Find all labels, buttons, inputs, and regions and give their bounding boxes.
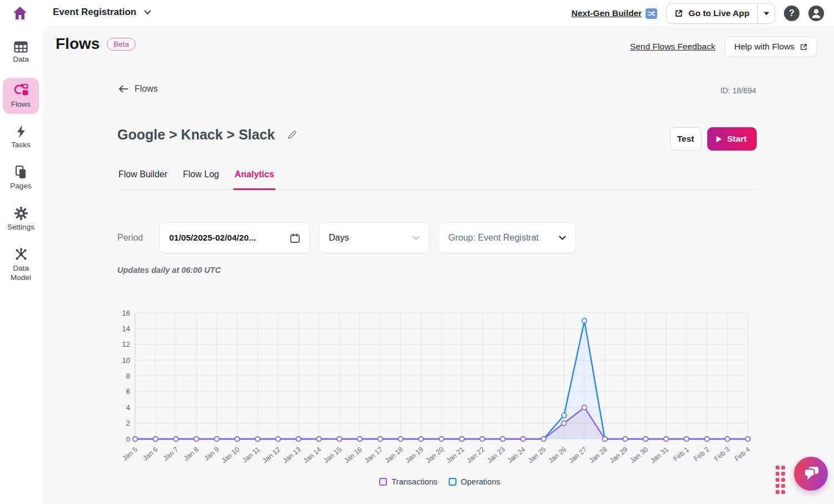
sidebar-label-tasks: Tasks <box>11 141 31 150</box>
sidebar-label-pages: Pages <box>10 182 31 191</box>
group-select[interactable]: Group: Event Registrat <box>438 222 576 253</box>
update-schedule-note: Updates daily at 06:00 UTC <box>117 266 221 275</box>
svg-text:Jan 23: Jan 23 <box>485 446 507 465</box>
tab-bar: Flow Builder Flow Log Analytics <box>117 169 757 190</box>
granularity-select[interactable]: Days <box>319 222 430 253</box>
home-icon <box>12 5 28 22</box>
svg-text:Jan 16: Jan 16 <box>342 446 364 465</box>
table-icon <box>14 41 28 53</box>
svg-text:Jan 25: Jan 25 <box>527 446 548 465</box>
svg-text:Jan 22: Jan 22 <box>465 446 487 465</box>
chart-legend: Transactions Operations <box>117 477 762 486</box>
date-range-value: 01/05/2025-02/04/20... <box>169 233 256 243</box>
back-to-flows[interactable]: Flows <box>118 84 158 94</box>
period-label: Period <box>117 233 143 243</box>
lightning-icon <box>15 124 27 138</box>
sidebar-item-pages[interactable]: Pages <box>0 165 42 191</box>
legend-label-transactions: Transactions <box>391 477 437 486</box>
svg-text:Jan 9: Jan 9 <box>202 446 220 462</box>
play-icon <box>716 136 722 143</box>
test-button[interactable]: Test <box>670 127 702 151</box>
svg-text:Jan 30: Jan 30 <box>629 446 650 465</box>
tab-analytics[interactable]: Analytics <box>234 169 275 190</box>
top-bar: Event Registration Next-Gen Builder <box>0 0 834 26</box>
sidebar-item-data[interactable]: Data <box>0 41 42 64</box>
svg-text:4: 4 <box>126 403 130 412</box>
svg-text:12: 12 <box>122 340 130 348</box>
flow-id-label: ID: 18/694 <box>720 86 756 95</box>
svg-text:Feb 4: Feb 4 <box>733 446 752 463</box>
sidebar-item-tasks[interactable]: Tasks <box>0 124 42 150</box>
next-gen-builder-link[interactable]: Next-Gen Builder <box>572 8 658 19</box>
go-to-live-app-main[interactable]: Go to Live App <box>667 4 757 23</box>
page-title: Flows <box>56 35 100 53</box>
legend-item-operations[interactable]: Operations <box>449 477 500 486</box>
svg-text:Jan 27: Jan 27 <box>567 446 588 465</box>
sidebar-item-settings[interactable]: Settings <box>0 206 42 232</box>
chevron-down-icon <box>144 10 151 15</box>
go-to-live-app-label: Go to Live App <box>688 8 749 18</box>
svg-text:2: 2 <box>126 419 130 427</box>
chat-widget-button[interactable] <box>794 457 828 491</box>
help-with-flows-label: Help with Flows <box>734 42 795 52</box>
shuffle-icon <box>646 8 657 19</box>
date-range-input[interactable]: 01/05/2025-02/04/20... <box>159 222 310 253</box>
app-title: Event Registration <box>53 7 136 18</box>
chevron-down-icon <box>559 236 566 240</box>
svg-text:Jan 5: Jan 5 <box>121 446 138 462</box>
sidebar-label-data-model: Data Model <box>8 264 34 283</box>
legend-label-operations: Operations <box>461 477 500 486</box>
chevron-down-icon <box>413 236 420 240</box>
help-button[interactable]: ? <box>784 6 800 21</box>
svg-text:Jan 18: Jan 18 <box>384 446 405 465</box>
legend-item-transactions[interactable]: Transactions <box>379 477 437 486</box>
sidebar-item-data-model[interactable]: Data Model <box>0 247 42 283</box>
svg-text:Feb 1: Feb 1 <box>672 446 691 463</box>
edit-pencil-icon[interactable] <box>287 129 297 140</box>
svg-text:Jan 19: Jan 19 <box>404 446 425 465</box>
go-to-live-app-button: Go to Live App <box>666 3 775 24</box>
breadcrumb-label: Flows <box>135 84 158 94</box>
flow-title: Google > Knack > Slack <box>117 127 275 143</box>
svg-text:Jan 14: Jan 14 <box>302 446 323 465</box>
caret-down-icon <box>763 12 770 16</box>
svg-text:Jan 10: Jan 10 <box>220 446 241 465</box>
tab-flow-log[interactable]: Flow Log <box>182 169 220 190</box>
svg-text:Jan 7: Jan 7 <box>162 446 180 462</box>
data-model-icon <box>14 247 28 262</box>
tab-flow-builder[interactable]: Flow Builder <box>117 169 168 190</box>
send-feedback-link[interactable]: Send Flows Feedback <box>630 42 715 52</box>
svg-text:Jan 15: Jan 15 <box>322 446 344 465</box>
analytics-chart-container: Jan 5Jan 6Jan 7Jan 8Jan 9Jan 10Jan 11Jan… <box>117 304 762 477</box>
chat-bubbles-icon <box>802 466 820 482</box>
group-value: Group: Event Registrat <box>448 233 539 243</box>
svg-text:10: 10 <box>122 356 130 365</box>
help-with-flows-button[interactable]: Help with Flows <box>724 36 817 57</box>
svg-text:16: 16 <box>122 309 130 317</box>
pages-icon <box>14 165 28 179</box>
external-link-icon <box>674 9 683 18</box>
external-link-icon <box>800 43 808 51</box>
svg-text:Jan 6: Jan 6 <box>141 446 159 462</box>
app-switcher[interactable]: Event Registration <box>53 7 151 18</box>
svg-text:Jan 8: Jan 8 <box>182 446 200 462</box>
svg-text:8: 8 <box>126 372 130 380</box>
sidebar-label-data: Data <box>13 55 29 64</box>
svg-text:Jan 24: Jan 24 <box>506 446 527 465</box>
svg-text:Jan 31: Jan 31 <box>649 446 670 465</box>
start-button[interactable]: Start <box>707 127 757 151</box>
svg-text:Jan 26: Jan 26 <box>547 446 568 465</box>
transactions-swatch-icon <box>379 478 387 486</box>
granularity-value: Days <box>329 233 349 243</box>
home-button[interactable] <box>12 5 28 22</box>
svg-text:Jan 29: Jan 29 <box>608 446 629 465</box>
question-mark-icon: ? <box>789 8 795 18</box>
account-button[interactable] <box>808 6 824 21</box>
svg-text:14: 14 <box>122 325 130 333</box>
sidebar-label-flows: Flows <box>11 100 31 109</box>
next-gen-builder-label: Next-Gen Builder <box>572 8 642 18</box>
sidebar-item-flows[interactable]: Flows <box>0 83 42 109</box>
go-to-live-app-dropdown[interactable] <box>757 4 775 23</box>
main-content: Flows Beta Send Flows Feedback Help with… <box>42 26 834 504</box>
drag-handle-dots[interactable] <box>776 466 785 494</box>
